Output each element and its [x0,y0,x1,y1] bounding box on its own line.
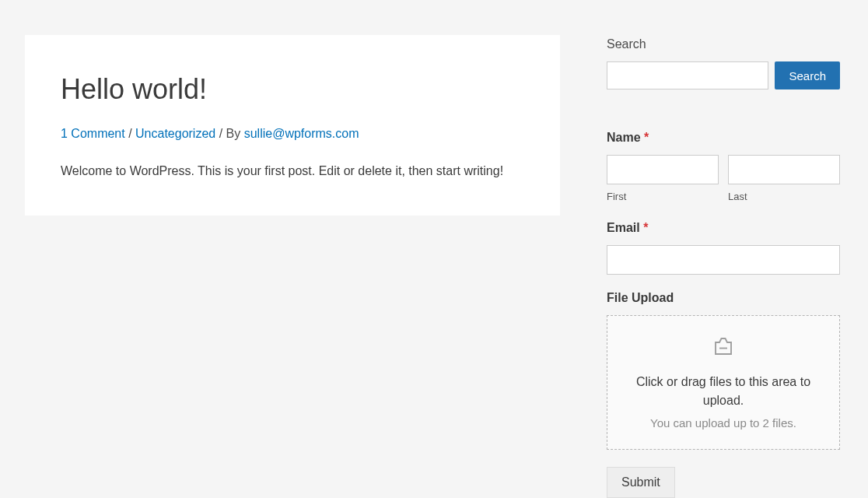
required-marker: * [643,221,648,234]
name-row: First Last [607,155,840,205]
search-button[interactable]: Search [775,61,840,89]
last-name-sublabel: Last [728,189,840,205]
email-input[interactable] [607,245,840,275]
first-name-col: First [607,155,719,205]
post-meta: 1 Comment / Uncategorized / By sullie@wp… [61,124,524,143]
required-marker: * [644,131,649,144]
page-container: Hello world! 1 Comment / Uncategorized /… [0,0,868,498]
post-content: Welcome to WordPress. This is your first… [61,162,524,181]
post-card: Hello world! 1 Comment / Uncategorized /… [25,35,560,216]
submit-button[interactable]: Submit [607,467,675,498]
author-link[interactable]: sullie@wpforms.com [244,127,359,140]
meta-separator: / [125,127,135,140]
file-upload-text: Click or drag files to this area to uplo… [623,373,824,410]
search-widget: Search Search [607,35,840,89]
form-widget: Name * First Last Email * File Up [607,128,840,498]
last-name-input[interactable] [728,155,840,184]
name-label: Name * [607,128,840,147]
first-name-sublabel: First [607,189,719,205]
meta-separator: / By [215,127,243,140]
name-label-text: Name [607,131,644,144]
search-row: Search [607,61,840,89]
first-name-input[interactable] [607,155,719,184]
file-upload-field: File Upload Click or drag files to this … [607,289,840,451]
upload-icon [712,335,735,363]
email-label-text: Email [607,221,643,234]
main-content: Hello world! 1 Comment / Uncategorized /… [25,35,560,498]
last-name-col: Last [728,155,840,205]
post-title: Hello world! [61,68,524,110]
comments-link[interactable]: 1 Comment [61,127,125,140]
search-input[interactable] [607,61,768,89]
file-upload-hint: You can upload up to 2 files. [623,415,824,433]
sidebar: Search Search Name * First Last [607,35,840,498]
email-field: Email * [607,219,840,275]
category-link[interactable]: Uncategorized [135,127,215,140]
name-field: Name * First Last [607,128,840,205]
file-upload-label: File Upload [607,289,840,307]
email-label: Email * [607,219,840,237]
search-label: Search [607,35,840,54]
file-upload-dropzone[interactable]: Click or drag files to this area to uplo… [607,315,840,451]
